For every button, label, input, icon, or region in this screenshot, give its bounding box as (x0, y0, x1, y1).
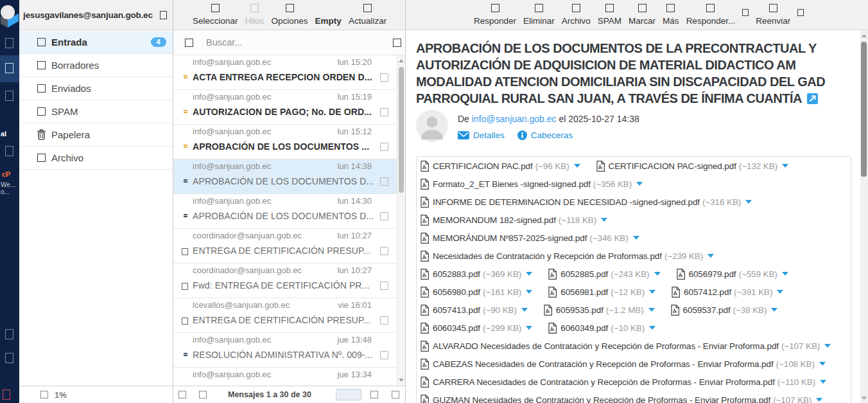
attachment-name[interactable]: GUZMAN Necesidades de Contratación y Rec… (433, 395, 770, 403)
attachment-item[interactable]: 6057412.pdf(~391 KB) (672, 287, 783, 298)
attachment-item[interactable]: 6052885.pdf(~243 KB) (548, 269, 660, 280)
attachment-name[interactable]: MEMORÁNDUM Nº857-2025-signed.pdf (433, 233, 587, 243)
attachment-name[interactable]: 6056981.pdf (560, 287, 608, 297)
toolbar-button-hilos[interactable]: Hilos (245, 4, 265, 26)
message-item[interactable]: info@sanjuan.gob.eclun 15:12APROBACIÓN D… (173, 125, 397, 159)
attachment-item[interactable]: 6059537.pdf(~38 KB) (671, 305, 778, 316)
message-item[interactable]: info@sanjuan.gob.eclun 15:20ACTA ENTREGA… (173, 55, 397, 90)
attachment-name[interactable]: 6056979.pdf (689, 269, 736, 279)
message-checkbox[interactable] (380, 108, 388, 116)
attachment-item[interactable]: Formato_2_ET Bienes -signed-signed.pdf(~… (421, 179, 643, 190)
attachment-item[interactable]: CERTIFICACION PAC.pdf(~96 KB) (421, 161, 580, 172)
from-email-link[interactable]: info@sanjuan.gob.ec (472, 114, 557, 124)
message-item[interactable]: lcevallos@sanjuan.gob.ecvie 16:01ENTREGA… (173, 298, 397, 333)
attachment-item[interactable]: MEMORÁNDUM Nº857-2025-signed.pdf(~346 KB… (421, 233, 639, 244)
attachment-item[interactable]: GUZMAN Necesidades de Contratación y Rec… (421, 395, 822, 403)
rail-logout-icon[interactable] (3, 390, 10, 400)
message-checkbox[interactable] (380, 247, 388, 255)
sidebar-folder-papelera[interactable]: Papelera (19, 123, 173, 147)
toolbar-button-empty[interactable]: Empty (315, 4, 342, 26)
attachment-dropdown-icon[interactable] (782, 272, 788, 276)
toolbar-button-archivo[interactable]: Archivo (562, 4, 591, 26)
footer-icon-1[interactable] (178, 391, 186, 399)
reading-scrollbar-thumb[interactable] (861, 42, 867, 177)
attachment-item[interactable]: 6059535.pdf(~1.2 MB) (544, 305, 655, 316)
search-icon[interactable] (185, 39, 193, 47)
attachment-dropdown-icon[interactable] (782, 164, 788, 168)
attachment-dropdown-icon[interactable] (816, 398, 822, 402)
toolbar-button-eliminar[interactable]: Eliminar (523, 4, 555, 26)
toolbar-button-seleccionar[interactable]: Seleccionar (193, 4, 238, 26)
attachment-item[interactable]: Necesidades de Contratación y Recepción … (421, 251, 714, 262)
rail-app-icon[interactable] (5, 91, 13, 101)
attachment-dropdown-icon[interactable] (521, 308, 528, 312)
rail-app-icon-selected[interactable] (5, 63, 13, 73)
message-checkbox[interactable] (380, 73, 388, 82)
scroll-up-icon[interactable] (399, 59, 404, 62)
toolbar-button-marcar[interactable]: Marcar (629, 4, 655, 26)
attachment-item[interactable]: CABEZAS Necesidades de Contratación y Re… (421, 359, 826, 370)
search-input[interactable]: Buscar... (206, 37, 393, 48)
toolbar-dropdown-icon[interactable] (742, 9, 749, 16)
attachment-item[interactable]: CARRERA Necesidades de Contratación y Re… (421, 377, 826, 388)
message-checkbox[interactable] (380, 351, 388, 359)
message-checkbox[interactable] (380, 177, 388, 186)
footer-icon-3[interactable] (370, 391, 378, 399)
attachment-dropdown-icon[interactable] (633, 236, 639, 240)
page-input[interactable] (336, 389, 361, 400)
attachment-item[interactable]: ALVARADO Necesidades de Contratación y R… (421, 341, 831, 352)
message-item[interactable]: info@sanjuan.gob.ecjue 13:48RESOLUCIÓN A… (173, 333, 397, 368)
attachment-dropdown-icon[interactable] (649, 326, 655, 330)
attachment-item[interactable]: 6056981.pdf(~12 KB) (548, 287, 655, 298)
sidebar-folder-borradores[interactable]: Borradores (19, 54, 173, 77)
account-header[interactable]: jesusgavilanes@sanjuan.gob.ec (19, 0, 173, 30)
attachment-item[interactable]: 6056979.pdf(~559 KB) (677, 269, 788, 280)
toolbar-dropdown-icon[interactable] (797, 9, 804, 16)
attachment-item[interactable]: CERTIFICACION PAC-signed.pdf(~132 KB) (596, 161, 789, 172)
sidebar-folder-enviados[interactable]: Enviados (19, 77, 173, 100)
attachment-item[interactable]: 6056980.pdf(~161 KB) (421, 287, 532, 298)
toolbar-button-responder[interactable]: Responder... (686, 4, 736, 26)
message-item[interactable]: coordinador@sanjuan.gob.eclun 10:27ENTRE… (173, 229, 397, 264)
attachment-name[interactable]: 6059537.pdf (683, 305, 731, 315)
message-checkbox[interactable] (380, 316, 388, 325)
attachment-dropdown-icon[interactable] (745, 200, 752, 204)
toolbar-button-más[interactable]: Más (663, 4, 679, 26)
sidebar-folder-archivo[interactable]: Archivo (19, 147, 173, 170)
attachment-name[interactable]: 6056980.pdf (433, 287, 480, 297)
attachment-dropdown-icon[interactable] (777, 290, 783, 294)
cpanel-logo[interactable]: cP (2, 170, 10, 178)
toolbar-button-actualizar[interactable]: Actualizar (349, 4, 386, 26)
attachment-name[interactable]: 6057412.pdf (684, 287, 731, 297)
attachment-name[interactable]: CARRERA Necesidades de Contratación y Re… (433, 377, 775, 387)
attachment-dropdown-icon[interactable] (526, 326, 532, 330)
account-email[interactable]: jesusgavilanes@sanjuan.gob.ec (23, 10, 160, 20)
attachment-name[interactable]: ALVARADO Necesidades de Contratación y R… (433, 341, 779, 351)
list-scrollbar[interactable] (397, 55, 405, 386)
account-dropdown-icon[interactable] (160, 11, 167, 19)
rail-app-icon[interactable] (5, 38, 13, 48)
attachment-name[interactable]: 6060349.pdf (560, 323, 608, 333)
details-link[interactable]: Detalles (473, 130, 505, 140)
message-item[interactable]: info@sanjuan.gob.ecjue 13:34 (173, 368, 397, 386)
attachment-name[interactable]: CERTIFICACION PAC.pdf (433, 161, 533, 171)
external-link-icon[interactable] (807, 91, 818, 108)
search-bar[interactable]: Buscar... (173, 30, 405, 55)
message-item[interactable]: info@sanjuan.gob.eclun 14:38APROBACIÓN D… (173, 159, 397, 194)
sidebar-folder-entrada[interactable]: Entrada4 (19, 31, 173, 54)
attachment-name[interactable]: CERTIFICACION PAC-signed.pdf (609, 161, 736, 171)
attachment-name[interactable]: Necesidades de Contratación y Recepción … (433, 251, 662, 261)
attachment-dropdown-icon[interactable] (707, 254, 714, 258)
attachment-name[interactable]: Formato_2_ET Bienes -signed-signed.pdf (433, 179, 591, 189)
attachment-dropdown-icon[interactable] (574, 164, 580, 168)
attachment-name[interactable]: 6057413.pdf (433, 305, 480, 315)
message-checkbox[interactable] (380, 143, 388, 151)
attachment-dropdown-icon[interactable] (649, 290, 655, 294)
scroll-down-icon[interactable] (399, 379, 404, 382)
attachment-dropdown-icon[interactable] (636, 182, 643, 186)
attachment-dropdown-icon[interactable] (824, 344, 831, 348)
attachment-name[interactable]: MEMORANDUM 182-signed.pdf (433, 215, 556, 225)
message-item[interactable]: info@sanjuan.gob.eclun 14:30APROBACIÓN D… (173, 194, 397, 229)
attachment-dropdown-icon[interactable] (601, 218, 607, 222)
attachment-item[interactable]: 6057413.pdf(~90 KB) (421, 305, 528, 316)
